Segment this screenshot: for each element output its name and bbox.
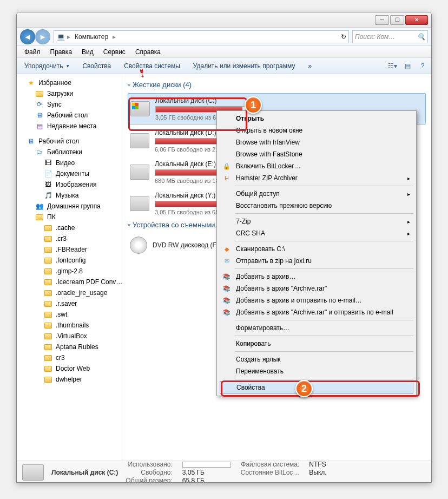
properties-button[interactable]: Свойства: [78, 60, 115, 72]
label-bitlocker: Состояние BitLoc…: [241, 469, 300, 476]
ctx-hamster[interactable]: HHamster ZIP Archiver: [219, 172, 414, 184]
ctx-add-archive-rar[interactable]: 📚Добавить в архив "Archive.rar": [219, 283, 414, 294]
nav-folder[interactable]: dwhelper: [17, 374, 122, 385]
nav-folder[interactable]: .r.saver: [17, 298, 122, 309]
nav-recent[interactable]: ▤Недавние места: [17, 121, 122, 132]
drive-name: Локальный диск (C:): [155, 97, 423, 104]
menu-help[interactable]: Справка: [131, 47, 165, 57]
context-menu: Открыть Открыть в новом окне Browse with…: [216, 110, 417, 396]
dvd-icon: [130, 237, 147, 254]
menu-edit[interactable]: Правка: [46, 47, 77, 57]
ctx-bitlocker[interactable]: 🔒Включить BitLocker…: [219, 160, 414, 172]
label-used: Использовано:: [126, 461, 172, 468]
ctx-restore[interactable]: Восстановить прежнюю версию: [219, 200, 414, 212]
system-properties-button[interactable]: Свойства системы: [120, 60, 185, 72]
uninstall-button[interactable]: Удалить или изменить программу: [189, 60, 300, 72]
menu-tools[interactable]: Сервис: [99, 47, 130, 57]
nav-folder[interactable]: .gimp-2.8: [17, 266, 122, 277]
menubar: Файл Правка Вид Сервис Справка: [17, 46, 431, 58]
status-bar: Локальный диск (C:) Использовано: Файлов…: [17, 461, 431, 483]
folder-icon: [36, 214, 43, 220]
value-free: 3,05 ГБ: [182, 469, 231, 476]
desktop-icon: 🖥: [27, 137, 35, 146]
folder-icon: [44, 225, 52, 231]
star-icon: ★: [27, 78, 35, 87]
close-button[interactable]: ✕: [405, 15, 428, 25]
group-hard-disks[interactable]: Жесткие диски (4): [128, 81, 426, 89]
folder-icon: [44, 333, 52, 339]
nav-homegroup[interactable]: 👥Домашняя группа: [17, 201, 122, 212]
send-icon: ✉: [222, 256, 232, 266]
ctx-add-archive[interactable]: 📚Добавить в архив…: [219, 271, 414, 283]
preview-pane-icon[interactable]: ▤: [402, 61, 413, 71]
minimize-button[interactable]: ─: [375, 15, 389, 25]
ctx-scan[interactable]: ◆Сканировать C:\: [219, 243, 414, 255]
value-total: 65,8 ГБ: [182, 477, 231, 483]
winrar-icon: 📚: [222, 272, 232, 281]
toolbar-overflow[interactable]: »: [304, 60, 316, 72]
nav-documents[interactable]: 📄Документы: [17, 168, 122, 179]
folder-icon: [44, 301, 52, 307]
ctx-archive-email[interactable]: 📚Добавить в архив и отправить по e-mail…: [219, 294, 414, 306]
breadcrumb[interactable]: 💻 ▸ Компьютер ▸ ↻: [54, 30, 349, 43]
ctx-properties[interactable]: Свойства: [220, 381, 413, 394]
nav-sync[interactable]: ⟳Sync: [17, 99, 122, 110]
nav-folder[interactable]: .fontconfig: [17, 255, 122, 266]
folder-icon: [44, 366, 52, 372]
nav-videos[interactable]: 🎞Видео: [17, 157, 122, 168]
nav-folder[interactable]: .Icecream PDF Conv…: [17, 277, 122, 287]
archive-icon: H: [222, 173, 232, 183]
ctx-copy[interactable]: Копировать: [219, 338, 414, 350]
nav-folder[interactable]: .VirtualBox: [17, 331, 122, 342]
winrar-icon: 📚: [222, 284, 232, 293]
search-input[interactable]: Поиск: Ком… 🔍: [352, 30, 428, 43]
nav-downloads[interactable]: Загрузки: [17, 88, 122, 99]
nav-desktop-fav[interactable]: 🖥Рабочий стол: [17, 110, 122, 121]
drive-icon: [22, 464, 44, 481]
folder-icon: [44, 279, 52, 285]
ctx-crcsha[interactable]: CRC SHA: [219, 227, 414, 239]
nav-folder[interactable]: cr3: [17, 352, 122, 363]
help-icon[interactable]: ?: [417, 61, 428, 71]
nav-music[interactable]: 🎵Музыка: [17, 190, 122, 201]
ctx-faststone[interactable]: Browse with FastStone: [219, 148, 414, 160]
address-bar: ◄ ► 💻 ▸ Компьютер ▸ ↻ Поиск: Ком… 🔍: [17, 28, 431, 46]
nav-folder[interactable]: Doctor Web: [17, 363, 122, 374]
nav-pictures[interactable]: 🖼Изображения: [17, 179, 122, 190]
nav-folder[interactable]: Aptana Rubles: [17, 342, 122, 352]
view-icon[interactable]: ☷▾: [387, 61, 398, 71]
ctx-share[interactable]: Общий доступ: [219, 188, 414, 200]
nav-folder[interactable]: .cr3: [17, 233, 122, 244]
nav-pc[interactable]: ПК: [17, 212, 122, 222]
recent-icon: ▤: [35, 122, 44, 130]
ctx-open[interactable]: Открыть: [219, 113, 414, 124]
ctx-archive-rar-email[interactable]: 📚Добавить в архив "Archive.rar" и отправ…: [219, 306, 414, 318]
nav-folder[interactable]: .oracle_jre_usage: [17, 287, 122, 298]
organize-button[interactable]: Упорядочить: [20, 60, 74, 72]
menu-view[interactable]: Вид: [77, 47, 98, 57]
nav-favorites[interactable]: ★Избранное: [17, 77, 122, 88]
ctx-create-shortcut[interactable]: Создать ярлык: [219, 353, 414, 365]
nav-folder[interactable]: .thumbnails: [17, 320, 122, 331]
breadcrumb-item[interactable]: Компьютер: [73, 32, 110, 42]
chevron-right-icon: ▸: [113, 33, 116, 41]
ctx-joxi[interactable]: ✉Отправить в zip на joxi.ru: [219, 255, 414, 267]
nav-desktop[interactable]: 🖥Рабочий стол: [17, 136, 122, 147]
nav-forward-button[interactable]: ►: [35, 29, 50, 44]
ctx-7zip[interactable]: 7-Zip: [219, 215, 414, 227]
ctx-format[interactable]: Форматировать…: [219, 322, 414, 334]
nav-back-button[interactable]: ◄: [20, 29, 35, 44]
ctx-open-new-window[interactable]: Открыть в новом окне: [219, 124, 414, 136]
search-placeholder: Поиск: Ком…: [355, 33, 395, 41]
sync-icon: ⟳: [35, 100, 44, 109]
nav-folder[interactable]: .swt: [17, 309, 122, 320]
ctx-rename[interactable]: Переименовать: [219, 365, 414, 377]
refresh-icon[interactable]: ↻: [341, 33, 346, 41]
nav-libraries[interactable]: 🗂Библиотеки: [17, 147, 122, 157]
maximize-button[interactable]: ☐: [390, 15, 404, 25]
nav-folder[interactable]: .cache: [17, 222, 122, 233]
ctx-irfanview[interactable]: Browse with IrfanView: [219, 136, 414, 148]
desktop-icon: 🖥: [35, 111, 44, 120]
menu-file[interactable]: Файл: [20, 47, 45, 57]
nav-folder[interactable]: .FBReader: [17, 244, 122, 255]
